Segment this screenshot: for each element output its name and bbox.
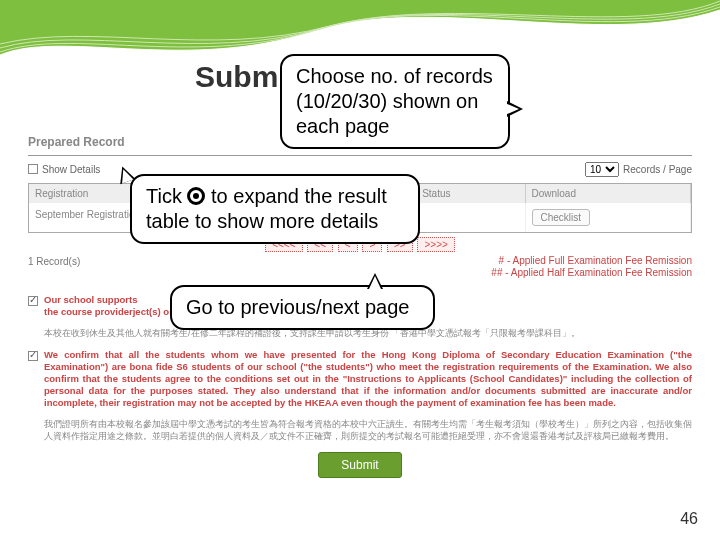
declaration-2-cn: 我們證明所有由本校報名參加該屆中學文憑考試的考生皆為符合報考資格的本校中六正讀生… <box>44 419 692 442</box>
declaration-2-checkbox[interactable] <box>28 351 38 361</box>
callout-pagination: Go to previous/next page <box>170 285 435 330</box>
callout-records-per-page: Choose no. of records (10/20/30) shown o… <box>280 54 510 149</box>
checklist-button[interactable]: Checklist <box>532 209 591 226</box>
fee-legend: # - Applied Full Examination Fee Remissi… <box>28 255 692 278</box>
records-per-page-select[interactable]: 10 <box>585 162 619 177</box>
page-number: 46 <box>680 510 698 528</box>
radio-icon <box>187 187 205 205</box>
show-details-checkbox[interactable]: Show Details <box>28 164 100 175</box>
submit-button[interactable]: Submit <box>318 452 401 478</box>
callout-show-details: Tick to expand the result table to show … <box>130 174 420 244</box>
declaration-2: We confirm that all the students whom we… <box>28 349 692 408</box>
pager-last[interactable]: >>>> <box>417 237 454 252</box>
declaration-1-checkbox[interactable] <box>28 296 38 306</box>
records-per-page-label: Records / Page <box>623 164 692 175</box>
slide-title: Subm <box>195 60 278 94</box>
